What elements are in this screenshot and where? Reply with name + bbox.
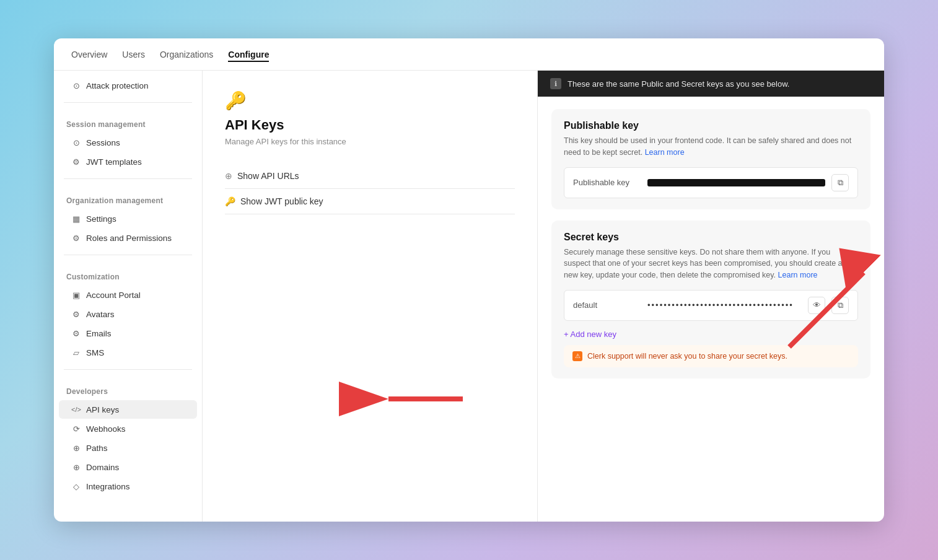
sidebar-item-label: Account Portal <box>86 291 141 300</box>
sidebar-item-integrations[interactable]: ◇ Integrations <box>59 477 197 496</box>
sms-icon: ▱ <box>71 348 81 357</box>
sidebar-item-emails[interactable]: ⚙ Emails <box>59 324 197 343</box>
nav-configure[interactable]: Configure <box>228 47 269 62</box>
publishable-key-value <box>647 179 825 186</box>
secret-default-label: default <box>573 300 641 310</box>
paths-icon: ⊕ <box>71 443 81 453</box>
publishable-learn-more[interactable]: Learn more <box>645 148 685 157</box>
sidebar-item-label: Paths <box>86 444 108 453</box>
link-icon-2: 🔑 <box>225 196 235 206</box>
shield-icon: ⊙ <box>71 81 81 90</box>
api-keys-icon: </> <box>71 405 81 414</box>
info-icon: ℹ <box>550 78 561 89</box>
secret-keys-desc: Securely manage these sensitive keys. Do… <box>564 247 858 281</box>
secret-eye-btn[interactable]: 👁 <box>808 297 825 314</box>
publishable-key-desc: This key should be used in your frontend… <box>564 135 858 159</box>
sidebar-item-label: Domains <box>86 463 119 472</box>
api-keys-big-icon: 🔑 <box>225 90 515 111</box>
sidebar-item-jwt[interactable]: ⚙ JWT templates <box>59 152 197 171</box>
section-label-org: Organization management <box>54 186 202 209</box>
sidebar-item-settings[interactable]: ▦ Settings <box>59 209 197 228</box>
show-jwt-label: Show JWT public key <box>240 196 323 206</box>
api-keys-header: 🔑 API Keys Manage API keys for this inst… <box>225 90 515 146</box>
sidebar-item-sms[interactable]: ▱ SMS <box>59 343 197 362</box>
warning-text: Clerk support will never ask you to shar… <box>587 352 787 361</box>
nav-overview[interactable]: Overview <box>71 47 107 62</box>
keys-section: Publishable key This key should be used … <box>538 97 884 402</box>
sidebar-item-paths[interactable]: ⊕ Paths <box>59 439 197 457</box>
sidebar-item-label: Webhooks <box>86 424 126 434</box>
sidebar-item-label: SMS <box>86 348 104 357</box>
secret-keys-card: Secret keys Securely manage these sensit… <box>551 221 870 378</box>
center-content: 🔑 API Keys Manage API keys for this inst… <box>203 71 537 522</box>
show-api-urls-label: Show API URLs <box>237 171 299 181</box>
info-banner: ℹ These are the same Public and Secret k… <box>538 71 884 97</box>
publishable-key-label: Publishable key <box>573 178 641 187</box>
warn-icon: ⚠ <box>572 351 582 361</box>
secret-keys-title: Secret keys <box>564 232 858 243</box>
sidebar-item-domains[interactable]: ⊕ Domains <box>59 458 197 476</box>
link-icon-1: ⊕ <box>225 171 232 181</box>
warning-bar: ⚠ Clerk support will never ask you to sh… <box>564 345 858 367</box>
section-label-session: Session management <box>54 110 202 133</box>
publishable-key-row: Publishable key ⧉ <box>564 167 858 198</box>
api-keys-subtitle: Manage API keys for this instance <box>225 137 515 146</box>
section-label-customization: Customization <box>54 263 202 285</box>
nav-organizations[interactable]: Organizations <box>160 47 213 62</box>
secret-default-row: default ••••••••••••••••••••••••••••••••… <box>564 290 858 321</box>
integrations-icon: ◇ <box>71 481 81 491</box>
sidebar-item-label: API keys <box>86 405 119 414</box>
sidebar-item-account-portal[interactable]: ▣ Account Portal <box>59 286 197 304</box>
sidebar-item-label: Attack protection <box>86 81 149 90</box>
domains-icon: ⊕ <box>71 462 81 472</box>
avatars-icon: ⚙ <box>71 309 81 319</box>
divider-3 <box>64 255 192 255</box>
sidebar-item-roles[interactable]: ⚙ Roles and Permissions <box>59 229 197 247</box>
show-api-urls-link[interactable]: ⊕ Show API URLs <box>225 164 515 189</box>
secret-learn-more[interactable]: Learn more <box>778 271 818 279</box>
webhooks-icon: ⟳ <box>71 424 81 434</box>
account-portal-icon: ▣ <box>71 290 81 300</box>
sidebar-item-label: Integrations <box>86 482 130 491</box>
sidebar-item-label: Emails <box>86 329 112 338</box>
add-key-label: + Add new key <box>564 330 616 339</box>
emails-icon: ⚙ <box>71 328 81 338</box>
sidebar-item-api-keys[interactable]: </> API keys <box>59 400 197 419</box>
sidebar-item-label: Avatars <box>86 310 115 319</box>
divider-4 <box>64 369 192 370</box>
jwt-icon: ⚙ <box>71 157 81 167</box>
sidebar-item-attack-protection[interactable]: ⊙ Attack protection <box>59 76 197 95</box>
api-keys-title: API Keys <box>225 117 515 133</box>
sidebar-item-label: Roles and Permissions <box>86 234 172 243</box>
main-window: Overview Users Organizations Configure ⊙… <box>54 38 884 522</box>
right-panel: ℹ These are the same Public and Secret k… <box>537 71 884 522</box>
publishable-key-card: Publishable key This key should be used … <box>551 109 870 209</box>
sidebar-item-sessions[interactable]: ⊙ Sessions <box>59 133 197 152</box>
settings-icon: ▦ <box>71 214 81 224</box>
top-nav: Overview Users Organizations Configure <box>54 38 884 71</box>
nav-users[interactable]: Users <box>122 47 145 62</box>
sidebar-item-label: JWT templates <box>86 157 142 167</box>
sidebar: ⊙ Attack protection Session management ⊙… <box>54 71 203 522</box>
sidebar-item-webhooks[interactable]: ⟳ Webhooks <box>59 419 197 438</box>
show-jwt-key-link[interactable]: 🔑 Show JWT public key <box>225 189 515 214</box>
sidebar-item-label: Sessions <box>86 138 120 147</box>
main-area: ⊙ Attack protection Session management ⊙… <box>54 71 884 522</box>
sidebar-item-label: Settings <box>86 214 116 224</box>
secret-copy-btn[interactable]: ⧉ <box>831 297 849 314</box>
divider-1 <box>64 102 192 103</box>
publishable-key-title: Publishable key <box>564 120 858 131</box>
roles-icon: ⚙ <box>71 233 81 243</box>
add-new-key-btn[interactable]: + Add new key <box>564 327 858 341</box>
sessions-icon: ⊙ <box>71 138 81 147</box>
info-banner-text: These are the same Public and Secret key… <box>568 79 789 89</box>
secret-default-value: •••••••••••••••••••••••••••••••••••• <box>647 300 802 310</box>
publishable-key-copy-btn[interactable]: ⧉ <box>831 174 849 191</box>
sidebar-item-avatars[interactable]: ⚙ Avatars <box>59 305 197 323</box>
divider-2 <box>64 178 192 179</box>
section-label-developers: Developers <box>54 377 202 400</box>
